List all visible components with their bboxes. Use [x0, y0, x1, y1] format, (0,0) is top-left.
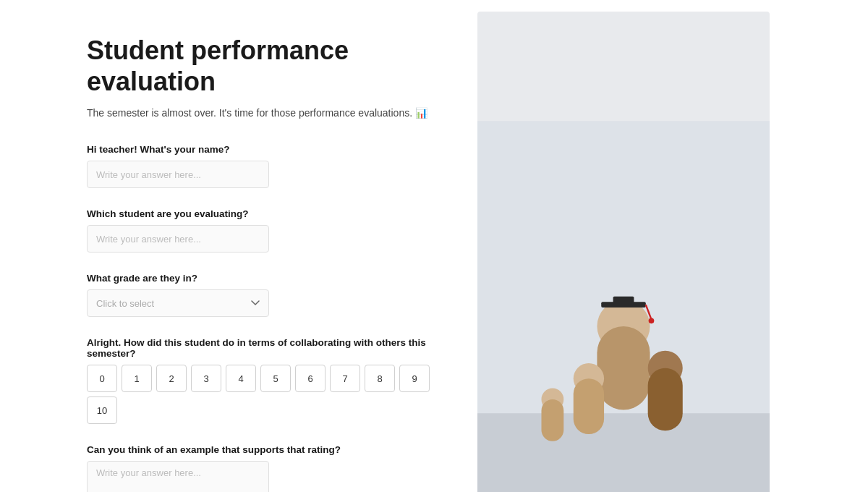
- page-title: Student performance evaluation: [87, 35, 434, 97]
- page-layout: Student performance evaluation The semes…: [0, 0, 868, 492]
- grade-select[interactable]: Click to select Grade 1 Grade 2 Grade 3 …: [87, 289, 269, 317]
- svg-rect-3: [597, 326, 650, 410]
- rating-btn-6[interactable]: 6: [295, 365, 326, 392]
- svg-rect-9: [574, 378, 604, 434]
- svg-rect-13: [541, 399, 563, 441]
- rating-btn-7[interactable]: 7: [330, 365, 360, 392]
- rating-btn-1[interactable]: 1: [122, 365, 152, 392]
- rating-btn-8[interactable]: 8: [365, 365, 395, 392]
- teacher-name-input[interactable]: [87, 161, 269, 188]
- student-name-group: Which student are you evaluating?: [87, 208, 434, 253]
- rating-btn-5[interactable]: 5: [260, 365, 291, 392]
- rating-btn-3[interactable]: 3: [191, 365, 221, 392]
- page-description: The semester is almost over. It's time f…: [87, 106, 434, 121]
- grade-group: What grade are they in? Click to select …: [87, 273, 434, 317]
- rating-btn-4[interactable]: 4: [226, 365, 256, 392]
- rating-btn-10[interactable]: 10: [87, 396, 117, 424]
- collaboration-scale: 0 1 2 3 4 5 6 7 8 9 10: [87, 365, 434, 424]
- example-textarea[interactable]: [87, 461, 269, 492]
- grade-label: What grade are they in?: [87, 273, 434, 284]
- example-group: Can you think of an example that support…: [87, 444, 434, 492]
- collaboration-group: Alright. How did this student do in term…: [87, 337, 434, 424]
- hero-image: [477, 12, 770, 492]
- image-section: [477, 0, 781, 492]
- svg-rect-1: [477, 413, 770, 492]
- rating-btn-9[interactable]: 9: [399, 365, 430, 392]
- example-label: Can you think of an example that support…: [87, 444, 434, 455]
- svg-rect-11: [648, 368, 683, 431]
- svg-point-7: [649, 318, 655, 323]
- illustration-svg: [477, 12, 770, 492]
- collaboration-label: Alright. How did this student do in term…: [87, 337, 434, 359]
- student-name-label: Which student are you evaluating?: [87, 208, 434, 219]
- rating-btn-2[interactable]: 2: [156, 365, 187, 392]
- rating-btn-0[interactable]: 0: [87, 365, 117, 392]
- student-name-input[interactable]: [87, 225, 269, 253]
- svg-rect-5: [613, 297, 634, 305]
- form-section: Student performance evaluation The semes…: [0, 0, 477, 492]
- teacher-name-group: Hi teacher! What's your name?: [87, 144, 434, 188]
- teacher-name-label: Hi teacher! What's your name?: [87, 144, 434, 155]
